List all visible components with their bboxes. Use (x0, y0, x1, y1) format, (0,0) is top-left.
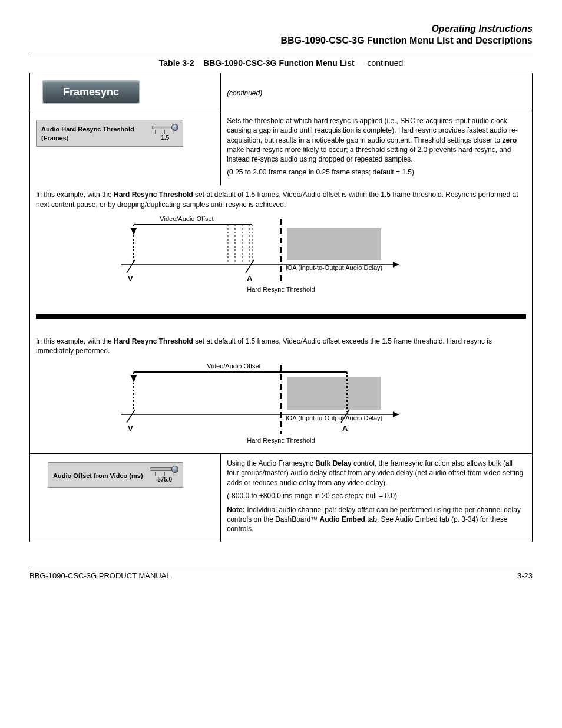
svg-text:Video/Audio Offset: Video/Audio Offset (207, 363, 260, 370)
svg-text:A: A (342, 424, 348, 433)
svg-line-6 (127, 260, 135, 273)
svg-text:V: V (128, 274, 133, 283)
table-continued: — continued (357, 58, 404, 68)
footer-divider (29, 566, 533, 566)
offset-description: Using the Audio Framesync Bulk Delay con… (227, 459, 526, 487)
svg-text:V: V (128, 424, 133, 433)
footer-left: BBG-1090-CSC-3G PRODUCT MANUAL (29, 571, 171, 580)
table-caption: Table 3-2 BBG-1090-CSC-3G Function Menu … (29, 58, 533, 68)
resync-description: Sets the threshold at which hard resync … (227, 116, 526, 164)
svg-text:Video/Audio Offset: Video/Audio Offset (160, 215, 213, 222)
audio-offset-control[interactable]: Audio Offset from Video (ms) | | | -575.… (48, 462, 183, 488)
resync-range: (0.25 to 2.00 frame range in 0.25 frame … (227, 167, 526, 177)
audio-embed-tab-link[interactable]: Audio Embed tab (395, 515, 449, 523)
svg-marker-12 (131, 228, 137, 235)
table-row: Audio Offset from Video (ms) | | | -575.… (30, 454, 533, 542)
svg-rect-0 (287, 228, 381, 260)
chapter-label: Operating Instructions (29, 24, 533, 34)
page-link[interactable]: 3-34 (461, 515, 475, 523)
slider-value: -575.0 (150, 476, 178, 484)
svg-marker-5 (393, 262, 399, 268)
page-footer: BBG-1090-CSC-3G PRODUCT MANUAL 3-23 (29, 566, 533, 580)
slider-ticks: | | | (152, 130, 178, 133)
diagram1-caption: In this example, with the Hard Resync Th… (36, 190, 526, 209)
slider-value: 1.5 (152, 134, 178, 142)
table-row: In this example, with the Hard Resync Th… (30, 185, 533, 453)
svg-marker-32 (131, 375, 137, 383)
diagram-resync-exceeds-threshold: IOA (Input-to-Output Audio Delay) Hard R… (36, 360, 526, 449)
svg-rect-19 (287, 377, 381, 410)
continued-note: (continued) (227, 78, 526, 98)
diagram-divider (36, 314, 526, 319)
control-label: Audio Offset from Video (ms) (53, 472, 143, 480)
table-row: Framesync (continued) (30, 73, 533, 111)
svg-text:IOA (Input-to-Output Audio Del: IOA (Input-to-Output Audio Delay) (286, 264, 382, 271)
function-menu-table: Framesync (continued) Audio Hard Resync … (29, 73, 533, 542)
svg-text:IOA (Input-to-Output Audio Del: IOA (Input-to-Output Audio Delay) (286, 414, 382, 421)
diagram2-caption: In this example, with the Hard Resync Th… (36, 337, 526, 355)
svg-marker-24 (393, 411, 399, 417)
section-title: BBG-1090-CSC-3G Function Menu List and D… (29, 35, 533, 46)
diagram-resync-within-threshold: IOA (Input-to-Output Audio Delay) Hard R… (36, 214, 526, 297)
slider-track[interactable] (152, 126, 178, 129)
resync-threshold-control[interactable]: Audio Hard Resync Threshold (Frames) | |… (36, 120, 183, 147)
offset-range: (-800.0 to +800.0 ms range in 20-sec ste… (227, 491, 526, 500)
table-label: Table 3-2 (159, 58, 194, 68)
svg-text:Hard Resync Threshold: Hard Resync Threshold (247, 286, 315, 293)
svg-text:A: A (247, 274, 253, 283)
table-title: BBG-1090-CSC-3G Function Menu List (203, 58, 355, 68)
svg-line-8 (246, 260, 254, 273)
slider-track[interactable] (150, 467, 178, 471)
footer-page-number: 3-23 (517, 571, 533, 580)
framesync-button[interactable]: Framesync (42, 80, 140, 104)
header-divider (29, 52, 533, 52)
control-label: Audio Hard Resync Threshold (Frames) (41, 125, 152, 143)
svg-text:Hard Resync Threshold: Hard Resync Threshold (247, 437, 315, 444)
table-row: Audio Hard Resync Threshold (Frames) | |… (30, 111, 533, 186)
offset-note: Note: Individual audio channel pair dela… (227, 505, 526, 534)
